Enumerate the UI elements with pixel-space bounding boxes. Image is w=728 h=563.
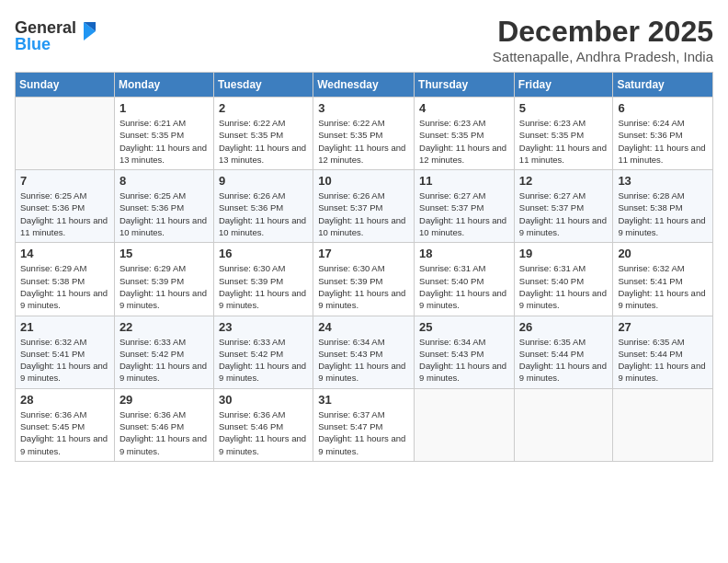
day-number: 23 <box>219 320 308 334</box>
day-info: Sunrise: 6:30 AMSunset: 5:39 PMDaylight:… <box>318 262 409 311</box>
logo-svg: General Blue <box>15 15 97 56</box>
calendar-week-0: 1 Sunrise: 6:21 AMSunset: 5:35 PMDayligh… <box>16 98 713 170</box>
day-info: Sunrise: 6:35 AMSunset: 5:44 PMDaylight:… <box>618 336 708 385</box>
calendar-cell: 18 Sunrise: 6:31 AMSunset: 5:40 PMDaylig… <box>415 243 515 316</box>
header-tuesday: Tuesday <box>213 73 313 98</box>
calendar-cell: 25 Sunrise: 6:34 AMSunset: 5:43 PMDaylig… <box>415 316 515 388</box>
calendar-cell: 27 Sunrise: 6:35 AMSunset: 5:44 PMDaylig… <box>613 316 713 388</box>
calendar-cell <box>514 388 613 461</box>
header-friday: Friday <box>514 73 613 98</box>
day-info: Sunrise: 6:36 AMSunset: 5:46 PMDaylight:… <box>219 408 308 457</box>
location-title: Sattenapalle, Andhra Pradesh, India <box>493 49 713 64</box>
calendar-cell: 5 Sunrise: 6:23 AMSunset: 5:35 PMDayligh… <box>514 98 613 170</box>
day-number: 4 <box>419 101 509 115</box>
day-info: Sunrise: 6:34 AMSunset: 5:43 PMDaylight:… <box>318 336 409 385</box>
day-number: 26 <box>519 320 609 334</box>
day-number: 5 <box>519 101 609 115</box>
month-title: December 2025 <box>493 15 713 49</box>
calendar-cell: 29 Sunrise: 6:36 AMSunset: 5:46 PMDaylig… <box>114 388 213 461</box>
day-number: 22 <box>119 320 209 334</box>
calendar-cell: 2 Sunrise: 6:22 AMSunset: 5:35 PMDayligh… <box>213 98 313 170</box>
day-info: Sunrise: 6:23 AMSunset: 5:35 PMDaylight:… <box>519 117 609 166</box>
day-info: Sunrise: 6:35 AMSunset: 5:44 PMDaylight:… <box>519 336 609 385</box>
day-number: 18 <box>419 247 509 260</box>
calendar-table: Sunday Monday Tuesday Wednesday Thursday… <box>15 72 713 462</box>
header-thursday: Thursday <box>415 73 515 98</box>
day-number: 7 <box>20 174 109 188</box>
calendar-week-3: 21 Sunrise: 6:32 AMSunset: 5:41 PMDaylig… <box>16 316 713 388</box>
svg-text:General: General <box>15 18 76 37</box>
title-section: December 2025 Sattenapalle, Andhra Prade… <box>493 15 713 64</box>
calendar-cell: 12 Sunrise: 6:27 AMSunset: 5:37 PMDaylig… <box>514 170 613 243</box>
calendar-week-1: 7 Sunrise: 6:25 AMSunset: 5:36 PMDayligh… <box>16 170 713 243</box>
day-number: 30 <box>219 393 308 407</box>
day-number: 12 <box>519 174 609 188</box>
day-info: Sunrise: 6:29 AMSunset: 5:39 PMDaylight:… <box>119 262 209 311</box>
calendar-week-2: 14 Sunrise: 6:29 AMSunset: 5:38 PMDaylig… <box>16 243 713 316</box>
day-number: 11 <box>419 174 509 188</box>
day-number: 19 <box>519 247 609 260</box>
calendar-cell: 24 Sunrise: 6:34 AMSunset: 5:43 PMDaylig… <box>313 316 415 388</box>
svg-text:Blue: Blue <box>15 35 51 53</box>
day-info: Sunrise: 6:29 AMSunset: 5:38 PMDaylight:… <box>20 262 109 311</box>
calendar-cell: 13 Sunrise: 6:28 AMSunset: 5:38 PMDaylig… <box>613 170 713 243</box>
day-number: 24 <box>318 320 409 334</box>
day-number: 15 <box>119 247 209 260</box>
day-number: 25 <box>419 320 509 334</box>
calendar-cell: 11 Sunrise: 6:27 AMSunset: 5:37 PMDaylig… <box>415 170 515 243</box>
day-number: 28 <box>20 393 109 407</box>
calendar-cell: 19 Sunrise: 6:31 AMSunset: 5:40 PMDaylig… <box>514 243 613 316</box>
day-info: Sunrise: 6:36 AMSunset: 5:46 PMDaylight:… <box>119 408 209 457</box>
calendar-cell: 21 Sunrise: 6:32 AMSunset: 5:41 PMDaylig… <box>16 316 115 388</box>
calendar-week-4: 28 Sunrise: 6:36 AMSunset: 5:45 PMDaylig… <box>16 388 713 461</box>
day-number: 21 <box>20 320 109 334</box>
day-number: 3 <box>318 101 409 115</box>
day-info: Sunrise: 6:26 AMSunset: 5:37 PMDaylight:… <box>318 190 409 238</box>
calendar-cell: 30 Sunrise: 6:36 AMSunset: 5:46 PMDaylig… <box>213 388 313 461</box>
day-info: Sunrise: 6:22 AMSunset: 5:35 PMDaylight:… <box>219 117 308 166</box>
calendar-cell: 26 Sunrise: 6:35 AMSunset: 5:44 PMDaylig… <box>514 316 613 388</box>
calendar-cell: 3 Sunrise: 6:22 AMSunset: 5:35 PMDayligh… <box>313 98 415 170</box>
page-header: General Blue December 2025 Sattenapalle,… <box>15 15 713 64</box>
day-info: Sunrise: 6:26 AMSunset: 5:36 PMDaylight:… <box>219 190 308 238</box>
day-info: Sunrise: 6:27 AMSunset: 5:37 PMDaylight:… <box>419 190 509 238</box>
calendar-cell: 23 Sunrise: 6:33 AMSunset: 5:42 PMDaylig… <box>213 316 313 388</box>
day-number: 27 <box>618 320 708 334</box>
day-info: Sunrise: 6:27 AMSunset: 5:37 PMDaylight:… <box>519 190 609 238</box>
day-info: Sunrise: 6:33 AMSunset: 5:42 PMDaylight:… <box>219 336 308 385</box>
day-info: Sunrise: 6:25 AMSunset: 5:36 PMDaylight:… <box>20 190 109 238</box>
day-info: Sunrise: 6:31 AMSunset: 5:40 PMDaylight:… <box>519 262 609 311</box>
calendar-cell: 7 Sunrise: 6:25 AMSunset: 5:36 PMDayligh… <box>16 170 115 243</box>
calendar-cell: 6 Sunrise: 6:24 AMSunset: 5:36 PMDayligh… <box>613 98 713 170</box>
day-number: 14 <box>20 247 109 260</box>
calendar-cell: 4 Sunrise: 6:23 AMSunset: 5:35 PMDayligh… <box>415 98 515 170</box>
calendar-cell: 22 Sunrise: 6:33 AMSunset: 5:42 PMDaylig… <box>114 316 213 388</box>
day-number: 2 <box>219 101 308 115</box>
calendar-cell: 8 Sunrise: 6:25 AMSunset: 5:36 PMDayligh… <box>114 170 213 243</box>
day-number: 10 <box>318 174 409 188</box>
day-info: Sunrise: 6:28 AMSunset: 5:38 PMDaylight:… <box>618 190 708 238</box>
calendar-cell: 20 Sunrise: 6:32 AMSunset: 5:41 PMDaylig… <box>613 243 713 316</box>
day-info: Sunrise: 6:22 AMSunset: 5:35 PMDaylight:… <box>318 117 409 166</box>
day-number: 9 <box>219 174 308 188</box>
day-info: Sunrise: 6:24 AMSunset: 5:36 PMDaylight:… <box>618 117 708 166</box>
day-number: 20 <box>618 247 708 260</box>
calendar-cell: 31 Sunrise: 6:37 AMSunset: 5:47 PMDaylig… <box>313 388 415 461</box>
day-number: 6 <box>618 101 708 115</box>
calendar-cell: 28 Sunrise: 6:36 AMSunset: 5:45 PMDaylig… <box>16 388 115 461</box>
header-monday: Monday <box>114 73 213 98</box>
day-number: 29 <box>119 393 209 407</box>
day-number: 8 <box>119 174 209 188</box>
calendar-cell: 9 Sunrise: 6:26 AMSunset: 5:36 PMDayligh… <box>213 170 313 243</box>
day-info: Sunrise: 6:21 AMSunset: 5:35 PMDaylight:… <box>119 117 209 166</box>
day-info: Sunrise: 6:25 AMSunset: 5:36 PMDaylight:… <box>119 190 209 238</box>
day-info: Sunrise: 6:37 AMSunset: 5:47 PMDaylight:… <box>318 408 409 457</box>
day-info: Sunrise: 6:32 AMSunset: 5:41 PMDaylight:… <box>618 262 708 311</box>
day-info: Sunrise: 6:30 AMSunset: 5:39 PMDaylight:… <box>219 262 308 311</box>
calendar-cell: 16 Sunrise: 6:30 AMSunset: 5:39 PMDaylig… <box>213 243 313 316</box>
calendar-cell: 10 Sunrise: 6:26 AMSunset: 5:37 PMDaylig… <box>313 170 415 243</box>
day-info: Sunrise: 6:36 AMSunset: 5:45 PMDaylight:… <box>20 408 109 457</box>
header-saturday: Saturday <box>613 73 713 98</box>
calendar-cell: 15 Sunrise: 6:29 AMSunset: 5:39 PMDaylig… <box>114 243 213 316</box>
calendar-cell: 17 Sunrise: 6:30 AMSunset: 5:39 PMDaylig… <box>313 243 415 316</box>
